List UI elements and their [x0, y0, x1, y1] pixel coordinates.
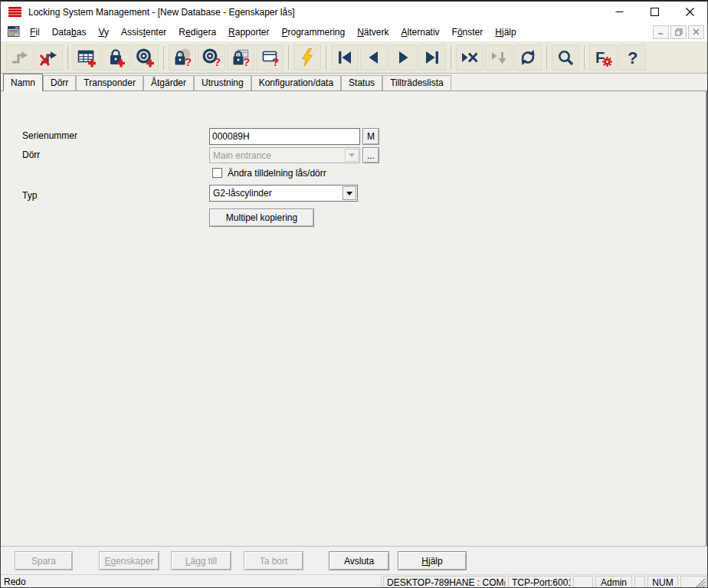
- tab-d-rr[interactable]: Dörr: [43, 75, 76, 90]
- refresh-icon: [517, 47, 539, 68]
- menu-fil[interactable]: Fil: [24, 25, 46, 40]
- lock-add-button[interactable]: [102, 44, 129, 71]
- skip-x-button[interactable]: [456, 44, 483, 71]
- step-arrow-button: [6, 44, 34, 71]
- type-value: G2-låscylinder: [210, 188, 343, 199]
- type-dropdown-button[interactable]: [343, 186, 356, 200]
- toolbar-separator: [67, 45, 68, 70]
- help-button[interactable]: ?: [618, 44, 646, 71]
- tab-tilltr-deslista[interactable]: Tillträdeslista: [382, 75, 451, 90]
- transponder-read-button[interactable]: ?: [198, 44, 225, 71]
- chevron-down-icon: [349, 153, 355, 157]
- matrix-add-icon: [76, 47, 97, 68]
- resize-grip-icon[interactable]: [696, 578, 706, 588]
- status-tcp-port-6001: TCP-Port:6001: [508, 576, 571, 588]
- minimize-button[interactable]: [601, 2, 637, 22]
- lock-card-read-button[interactable]: ?: [227, 44, 254, 71]
- door-label: Dörr: [22, 149, 40, 160]
- close-icon: [686, 8, 694, 16]
- filter-settings-icon: F: [592, 47, 614, 68]
- toolbar-separator: [546, 45, 547, 70]
- menu-bar: FilDatabasVyAssistenterRedigeraRapporter…: [1, 22, 707, 41]
- maximize-icon: [651, 8, 659, 16]
- menu-rapporter[interactable]: Rapporter: [222, 25, 275, 40]
- menu-programmering[interactable]: Programmering: [275, 25, 351, 40]
- matrix-add-button[interactable]: [73, 44, 100, 71]
- menu-alternativ[interactable]: Alternativ: [395, 25, 446, 40]
- status-admin: Admin: [595, 576, 632, 588]
- toolbar-separator: [288, 45, 289, 70]
- status-ready: Redo: [1, 575, 382, 588]
- filter-settings-button[interactable]: F: [589, 44, 617, 71]
- status-bar: Redo DESKTOP-789HANE : COM(*)TCP-Port:60…: [1, 574, 707, 588]
- tab-utrustning[interactable]: Utrustning: [194, 75, 251, 90]
- change-assignment-checkbox[interactable]: [212, 168, 222, 178]
- toolbar-separator: [326, 45, 326, 70]
- mdi-window-controls: [653, 25, 704, 39]
- avsluta-button[interactable]: Avsluta: [329, 551, 389, 570]
- menu-n-tverk[interactable]: Nätverk: [351, 25, 395, 40]
- window-read-button[interactable]: ?: [256, 44, 284, 71]
- menu-redigera[interactable]: Redigera: [172, 25, 222, 40]
- tab--tg-rder[interactable]: Åtgärder: [143, 75, 194, 90]
- mdi-minimize-button[interactable]: [653, 25, 669, 39]
- door-value: Main entrance: [210, 150, 345, 161]
- window-read-icon: ?: [259, 47, 280, 68]
- next-record-button[interactable]: [389, 44, 417, 71]
- refresh-button[interactable]: [514, 44, 542, 71]
- tab-transponder[interactable]: Transponder: [76, 75, 143, 90]
- status-empty-pane: [680, 576, 706, 588]
- lock-card-read-icon: ?: [230, 47, 251, 68]
- toolbar-separator: [451, 45, 451, 70]
- minimize-icon: [615, 8, 624, 16]
- svg-text:?: ?: [628, 48, 638, 67]
- search-icon: [555, 47, 576, 68]
- spara-button: Spara: [15, 551, 73, 570]
- mdi-close-icon: [693, 28, 700, 35]
- toolbar-separator: [163, 45, 164, 70]
- lock-add-icon: [105, 47, 126, 68]
- menu-vy[interactable]: Vy: [92, 25, 115, 40]
- ta-bort-button: Ta bort: [244, 551, 303, 570]
- transponder-read-icon: ?: [201, 47, 222, 68]
- prev-record-icon: [363, 47, 385, 68]
- menu-assistenter[interactable]: Assistenter: [115, 25, 172, 40]
- menu-hj-lp[interactable]: Hjälp: [489, 25, 522, 40]
- status-desktop-789hane-com-: DESKTOP-789HANE : COM(*): [383, 576, 506, 588]
- lock-read-icon: ?: [172, 47, 193, 68]
- lightning-icon: [297, 47, 318, 68]
- lightning-button[interactable]: [293, 44, 321, 71]
- skip-down-button: [485, 44, 513, 71]
- menu-f-nster[interactable]: Fönster: [446, 25, 490, 40]
- status-empty-pane: [573, 576, 593, 588]
- mdi-restore-button[interactable]: [670, 25, 687, 39]
- menu-databas[interactable]: Databas: [46, 25, 93, 40]
- m-button[interactable]: M: [362, 128, 379, 145]
- serial-number-input[interactable]: [209, 128, 360, 145]
- lock-read-button[interactable]: ?: [169, 44, 196, 71]
- prev-record-button[interactable]: [360, 44, 388, 71]
- footer-button-bar: SparaEgenskaperLägg tillTa bortAvslutaHj…: [1, 546, 707, 574]
- tab-page-namn: Serienummer M Dörr Main entrance ... Änd…: [1, 91, 707, 546]
- maximize-button[interactable]: [637, 2, 672, 22]
- type-combobox[interactable]: G2-låscylinder: [209, 185, 358, 202]
- tab-status[interactable]: Status: [341, 75, 382, 90]
- search-button[interactable]: [552, 44, 579, 71]
- close-button[interactable]: [672, 2, 707, 22]
- first-record-icon: [334, 47, 356, 68]
- hj-lp-button[interactable]: Hjälp: [398, 551, 467, 570]
- next-record-icon: [392, 47, 414, 68]
- door-browse-button[interactable]: ...: [362, 147, 379, 163]
- step-arrow-icon: [9, 47, 31, 68]
- tab-namn[interactable]: Namn: [3, 74, 43, 91]
- svg-text:?: ?: [243, 55, 250, 68]
- step-arrow-x-button[interactable]: [35, 44, 63, 71]
- first-record-button[interactable]: [331, 44, 359, 71]
- multiple-copy-button[interactable]: Multipel kopiering: [209, 209, 314, 227]
- last-record-button[interactable]: [418, 44, 446, 71]
- transponder-add-button[interactable]: [131, 44, 159, 71]
- l-gg-till-button: Lägg till: [171, 551, 231, 570]
- mdi-close-button[interactable]: [688, 25, 704, 39]
- tab-konfiguration-data[interactable]: Konfiguration/data: [251, 75, 341, 90]
- mdi-minimize-icon: [657, 28, 664, 35]
